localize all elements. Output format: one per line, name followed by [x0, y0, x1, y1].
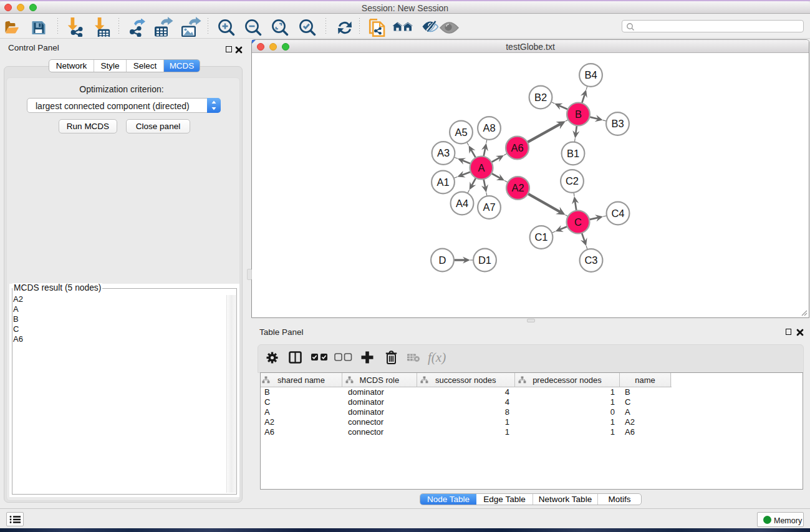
svg-text:A8: A8 [483, 122, 495, 133]
svg-text:A2: A2 [511, 182, 524, 193]
svg-text:A6: A6 [511, 142, 523, 153]
svg-text:A5: A5 [455, 127, 467, 138]
svg-text:C: C [574, 216, 582, 228]
svg-text:B: B [574, 109, 581, 120]
svg-text:C2: C2 [565, 175, 578, 186]
svg-text:A7: A7 [483, 201, 495, 213]
svg-text:A3: A3 [436, 147, 449, 158]
svg-text:C3: C3 [584, 254, 597, 266]
svg-text:B3: B3 [611, 118, 624, 129]
svg-text:C1: C1 [534, 231, 547, 243]
svg-text:A4: A4 [455, 198, 468, 209]
svg-text:B1: B1 [566, 148, 579, 159]
svg-text:B4: B4 [584, 69, 597, 80]
svg-text:A: A [478, 162, 485, 173]
svg-text:A1: A1 [436, 177, 449, 188]
svg-text:D1: D1 [478, 254, 491, 266]
svg-text:D: D [438, 254, 446, 266]
svg-text:C4: C4 [611, 208, 624, 219]
svg-text:B2: B2 [534, 92, 546, 103]
